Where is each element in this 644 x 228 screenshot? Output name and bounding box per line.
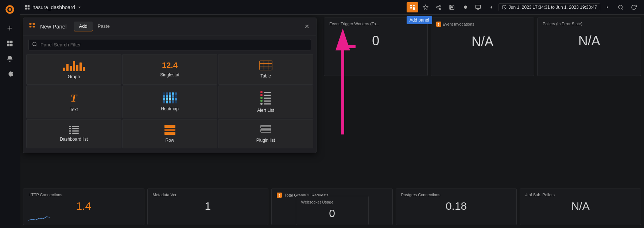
svg-rect-34 [33,23,35,25]
svg-rect-6 [12,9,14,10]
display-button[interactable] [472,2,484,12]
pluginlist-icon [260,125,272,135]
websocket-panel: Websocket Usage 0 [296,196,369,225]
singlestat-label: Singlestat [160,72,179,77]
svg-rect-14 [28,7,30,9]
svg-rect-36 [33,26,35,27]
graph-icon [63,60,85,71]
top-panel-event-invocations: ! Event Invocations N/A [431,18,535,76]
event-invocations-value: N/A [436,34,529,49]
table-icon [259,60,272,71]
panel-option-pluginlist[interactable]: Plugin list [218,119,313,148]
svg-rect-10 [10,44,13,46]
tab-add[interactable]: Add [74,22,93,31]
text-icon: T [70,92,77,104]
panel-option-text[interactable]: T Text [26,86,121,118]
panel-option-table[interactable]: Table [218,54,313,85]
share-button[interactable] [433,2,445,12]
save-button[interactable] [446,2,458,12]
svg-rect-15 [410,5,412,6]
panel-option-heatmap[interactable]: Heatmap [122,86,217,118]
svg-rect-5 [5,9,7,10]
add-panel-button[interactable] [407,2,418,12]
modal-close-button[interactable]: ✕ [302,22,311,31]
panel-option-alertlist[interactable]: Alert List [218,86,313,118]
row-icon [164,125,175,135]
new-panel-icon [28,22,36,31]
graphql-warning: ! [277,193,282,198]
dashboard-title[interactable]: hasura_dashboard [24,4,82,10]
add-panel-btn-wrapper: Add panel [407,2,418,12]
top-panel-pollers: Pollers (in Error State) N/A [537,18,641,76]
sidebar-item-add[interactable] [2,21,18,35]
sidebar-item-config[interactable] [2,67,18,81]
refresh-button[interactable] [628,2,640,12]
zoom-out-button[interactable] [615,2,626,12]
svg-point-37 [33,42,36,46]
panel-option-graph[interactable]: Graph [26,54,121,85]
star-button[interactable] [420,2,431,12]
svg-rect-13 [25,7,27,9]
svg-point-2 [9,8,11,11]
settings-button[interactable] [459,2,471,12]
row-label: Row [165,138,174,143]
svg-marker-20 [423,5,428,10]
http-value: 1.4 [28,200,139,212]
main-content: hasura_dashboard Add panel [20,0,644,228]
postgres-value: 0.18 [401,200,512,212]
modal-title: New Panel [40,23,67,30]
svg-rect-11 [25,5,27,7]
svg-line-38 [36,45,37,46]
svg-rect-39 [259,61,272,70]
svg-line-25 [438,6,440,7]
metadata-value: 1 [153,200,263,212]
panel-options-grid: Graph 12.4 Singlestat Table [23,54,316,153]
panel-option-singlestat[interactable]: 12.4 Singlestat [122,54,217,85]
svg-rect-3 [9,5,10,7]
heatmap-icon [163,92,177,103]
svg-rect-7 [7,41,10,43]
svg-point-22 [437,7,438,8]
metric-card-postgres: Postgres Connections 0.18 [396,189,517,225]
topbar-actions: Add panel Jun 1, 2023 17:34:31 [407,2,640,12]
metric-card-pollers: # of Sub. Pollers N/A [520,189,641,225]
svg-line-31 [622,8,623,10]
panel-search-input[interactable] [28,39,311,50]
websocket-value: 0 [301,207,363,220]
time-range-picker[interactable]: Jun 1, 2023 17:34:31 to Jun 1, 2023 19:3… [498,3,600,11]
search-wrapper [28,39,311,50]
pluginlist-label: Plugin list [256,138,275,143]
table-label: Table [260,73,271,79]
text-label: Text [70,107,78,112]
next-time-button[interactable] [602,2,613,12]
sidebar [0,0,20,228]
panel-option-row[interactable]: Row [122,119,217,148]
prev-time-button[interactable] [485,2,497,12]
svg-rect-33 [30,23,32,25]
svg-rect-16 [413,5,415,6]
svg-point-23 [439,8,441,10]
svg-rect-35 [30,26,32,27]
svg-rect-26 [476,5,480,8]
tab-paste[interactable]: Paste [93,22,115,31]
top-panels: Event Trigger Workers (To... 0 ! Event I… [324,18,641,76]
http-title: HTTP Connections [28,193,139,197]
pollers-title: Pollers (in Error State) [543,22,636,26]
grafana-logo[interactable] [3,3,16,16]
event-invocations-title: ! Event Invocations [436,22,529,27]
svg-line-24 [438,8,440,9]
add-panel-modal: New Panel Add Paste ✕ [23,18,317,153]
dashboard-name: hasura_dashboard [32,4,75,10]
sidebar-item-dashboards[interactable] [2,37,18,50]
time-range-text: Jun 1, 2023 17:34:31 to Jun 1, 2023 19:3… [509,5,597,10]
alertlist-label: Alert List [257,108,274,113]
graph-label: Graph [68,74,80,79]
svg-rect-4 [9,12,10,14]
modal-search-area [23,35,316,54]
sidebar-item-alerting[interactable] [2,52,18,66]
modal-tabs: Add Paste [74,22,115,31]
dashlist-label: Dashboard list [60,137,88,142]
panel-option-dashlist[interactable]: Dashboard list [26,119,121,148]
svg-rect-9 [7,44,10,46]
dashlist-icon [69,126,79,134]
